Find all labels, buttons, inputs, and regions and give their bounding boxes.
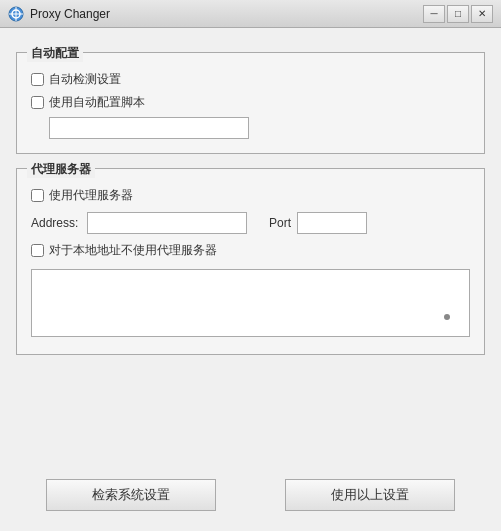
no-local-row: 对于本地地址不使用代理服务器: [31, 242, 470, 259]
main-content: 自动配置 自动检测设置 使用自动配置脚本 代理服务器 使用代理服务器 Addre…: [0, 28, 501, 531]
use-script-row: 使用自动配置脚本: [31, 94, 470, 111]
title-bar-buttons: ─ □ ✕: [423, 5, 493, 23]
use-script-label[interactable]: 使用自动配置脚本: [49, 94, 145, 111]
proxy-server-section: 代理服务器 使用代理服务器 Address: Port 对于本地地址不使用代理服…: [16, 168, 485, 355]
auto-detect-checkbox[interactable]: [31, 73, 44, 86]
no-local-label[interactable]: 对于本地地址不使用代理服务器: [49, 242, 217, 259]
no-local-checkbox[interactable]: [31, 244, 44, 257]
auto-config-label: 自动配置: [27, 45, 83, 62]
proxy-textarea[interactable]: [31, 269, 470, 337]
proxy-server-label: 代理服务器: [27, 161, 95, 178]
script-input-row: [49, 117, 470, 139]
minimize-button[interactable]: ─: [423, 5, 445, 23]
use-script-checkbox[interactable]: [31, 96, 44, 109]
title-bar-left: Proxy Changer: [8, 6, 110, 22]
auto-detect-row: 自动检测设置: [31, 71, 470, 88]
app-icon: [8, 6, 24, 22]
use-settings-button[interactable]: 使用以上设置: [285, 479, 455, 511]
script-url-input[interactable]: [49, 117, 249, 139]
window-title: Proxy Changer: [30, 7, 110, 21]
bottom-buttons: 检索系统设置 使用以上设置: [16, 479, 485, 511]
scan-button[interactable]: 检索系统设置: [46, 479, 216, 511]
proxy-textarea-container: [31, 259, 470, 340]
port-label: Port: [269, 216, 291, 230]
use-proxy-row: 使用代理服务器: [31, 187, 470, 204]
auto-config-section: 自动配置 自动检测设置 使用自动配置脚本: [16, 52, 485, 154]
address-label: Address:: [31, 216, 81, 230]
title-bar: Proxy Changer ─ □ ✕: [0, 0, 501, 28]
use-proxy-checkbox[interactable]: [31, 189, 44, 202]
use-proxy-label[interactable]: 使用代理服务器: [49, 187, 133, 204]
auto-detect-label[interactable]: 自动检测设置: [49, 71, 121, 88]
address-row: Address: Port: [31, 212, 470, 234]
close-button[interactable]: ✕: [471, 5, 493, 23]
dot-indicator: [444, 314, 450, 320]
address-input[interactable]: [87, 212, 247, 234]
port-input[interactable]: [297, 212, 367, 234]
maximize-button[interactable]: □: [447, 5, 469, 23]
